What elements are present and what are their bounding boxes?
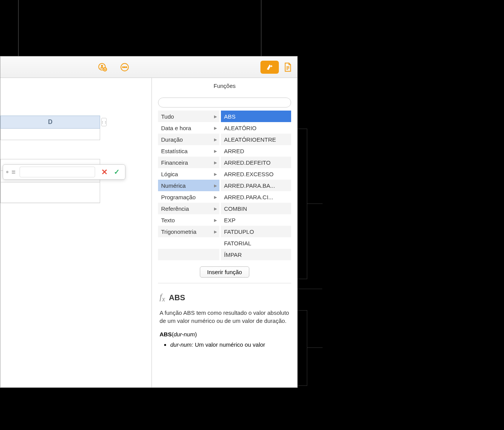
category-item-empty bbox=[158, 237, 219, 249]
category-label: Lógica bbox=[161, 171, 178, 177]
toolbar-left-group bbox=[97, 62, 130, 73]
toolbar-right-group bbox=[260, 61, 293, 74]
function-label: ALEATÓRIOENTRE bbox=[224, 136, 276, 143]
insert-function-button[interactable]: Inserir função bbox=[200, 266, 249, 278]
collaborate-icon[interactable] bbox=[97, 62, 108, 73]
formula-equals-label: = bbox=[12, 168, 16, 176]
category-item[interactable]: Financeira▶ bbox=[158, 157, 219, 168]
category-item[interactable]: Data e hora▶ bbox=[158, 122, 219, 134]
main-area: D ⋮⋮ = ✕ ✓ Funções bbox=[0, 78, 297, 387]
function-item[interactable]: ALEATÓRIO bbox=[221, 122, 291, 134]
help-params: dur-num: Um valor numérico ou valor bbox=[160, 341, 290, 349]
formula-editor: = ✕ ✓ bbox=[3, 164, 125, 180]
format-button[interactable] bbox=[260, 61, 279, 74]
callout-line bbox=[261, 0, 262, 60]
more-icon[interactable] bbox=[119, 62, 130, 73]
chevron-right-icon: ▶ bbox=[214, 114, 217, 119]
help-description: A função ABS tem como resultado o valor … bbox=[160, 309, 290, 325]
category-item[interactable]: Duração▶ bbox=[158, 134, 219, 145]
param-item: dur-num: Um valor numérico ou valor bbox=[170, 341, 290, 349]
category-label: Data e hora bbox=[161, 125, 191, 131]
function-browser: Tudo▶Data e hora▶Duração▶Estatística▶Fin… bbox=[152, 111, 297, 260]
table-row[interactable] bbox=[0, 129, 100, 140]
document-icon[interactable] bbox=[283, 62, 293, 72]
function-label: ARRED.EXCESSO bbox=[224, 171, 273, 177]
category-label: Numérica bbox=[161, 182, 186, 189]
category-item[interactable]: Tudo▶ bbox=[158, 111, 219, 122]
function-label: ARRED.DEFEITO bbox=[224, 159, 270, 166]
chevron-right-icon: ▶ bbox=[214, 207, 217, 211]
function-label: ARRED.PARA.BA... bbox=[224, 182, 275, 189]
category-item[interactable]: Lógica▶ bbox=[158, 168, 219, 180]
function-label: COMBIN bbox=[224, 205, 247, 212]
function-item[interactable]: ARRED bbox=[221, 145, 291, 157]
function-list: ABSALEATÓRIOALEATÓRIOENTREARREDARRED.DEF… bbox=[221, 111, 291, 260]
help-header: fx ABS bbox=[160, 292, 290, 303]
category-label: Tudo bbox=[161, 113, 174, 120]
category-item[interactable]: Trigonometria▶ bbox=[158, 226, 219, 237]
app-window: D ⋮⋮ = ✕ ✓ Funções bbox=[0, 56, 298, 388]
category-item[interactable]: Referência▶ bbox=[158, 203, 219, 214]
category-item[interactable]: Programação▶ bbox=[158, 191, 219, 203]
function-label: FATDUPLO bbox=[224, 228, 254, 235]
table-row[interactable] bbox=[0, 140, 100, 159]
toolbar bbox=[0, 56, 297, 78]
category-label: Financeira bbox=[161, 159, 188, 166]
chevron-right-icon: ▶ bbox=[214, 218, 217, 222]
chevron-right-icon: ▶ bbox=[214, 184, 217, 188]
table-row[interactable] bbox=[0, 182, 100, 203]
category-label: Programação bbox=[161, 194, 196, 200]
function-label: ÍMPAR bbox=[224, 251, 242, 258]
function-label: ARRED.PARA.CI... bbox=[224, 194, 273, 200]
function-item[interactable]: ARRED.PARA.BA... bbox=[221, 180, 291, 191]
svg-point-9 bbox=[126, 66, 127, 68]
formula-input[interactable] bbox=[20, 167, 95, 177]
function-label: EXP bbox=[224, 217, 236, 223]
formula-grip-icon[interactable] bbox=[6, 171, 8, 173]
category-item[interactable]: Numérica▶ bbox=[158, 180, 219, 191]
category-item[interactable]: Texto▶ bbox=[158, 214, 219, 226]
chevron-right-icon: ▶ bbox=[214, 172, 217, 176]
function-label: ARRED bbox=[224, 148, 244, 154]
category-label: Referência bbox=[161, 205, 189, 212]
function-item[interactable]: ARRED.DEFEITO bbox=[221, 157, 291, 168]
search-input[interactable] bbox=[158, 98, 291, 108]
functions-sidebar: Funções Tudo▶Data e hora▶Duração▶Estatís… bbox=[152, 78, 297, 387]
cancel-icon[interactable]: ✕ bbox=[99, 167, 110, 177]
confirm-icon[interactable]: ✓ bbox=[112, 168, 122, 176]
insert-button-wrap: Inserir função bbox=[158, 260, 291, 283]
callout-line bbox=[307, 203, 323, 204]
callout-bracket bbox=[298, 310, 307, 311]
function-item[interactable]: EXP bbox=[221, 214, 291, 226]
function-label: ALEATÓRIO bbox=[224, 125, 257, 131]
function-item[interactable]: ARRED.EXCESSO bbox=[221, 168, 291, 180]
function-item[interactable]: FATDUPLO bbox=[221, 226, 291, 237]
function-item[interactable]: ALEATÓRIOENTRE bbox=[221, 134, 291, 145]
syntax-param: dur-num bbox=[174, 331, 195, 337]
svg-point-8 bbox=[124, 66, 125, 68]
spreadsheet-canvas[interactable]: D ⋮⋮ = ✕ ✓ bbox=[0, 78, 152, 387]
column-drag-handle[interactable]: ⋮⋮ bbox=[101, 118, 107, 126]
callout-bracket bbox=[298, 129, 307, 129]
category-label: Estatística bbox=[161, 148, 188, 154]
chevron-right-icon: ▶ bbox=[214, 149, 217, 153]
fx-icon: fx bbox=[160, 292, 165, 303]
column-header-d[interactable]: D ⋮⋮ bbox=[0, 116, 100, 129]
column-label: D bbox=[48, 119, 53, 126]
category-label: Duração bbox=[161, 136, 183, 143]
callout-line bbox=[307, 347, 323, 348]
param-name: dur-num: bbox=[170, 341, 193, 348]
function-label: FATORIAL bbox=[224, 240, 251, 246]
function-item[interactable]: ARRED.PARA.CI... bbox=[221, 191, 291, 203]
function-item[interactable]: FATORIAL bbox=[221, 237, 291, 249]
function-item[interactable]: COMBIN bbox=[221, 203, 291, 214]
chevron-right-icon: ▶ bbox=[214, 137, 217, 142]
help-title: ABS bbox=[169, 293, 185, 302]
function-label: ABS bbox=[224, 113, 236, 120]
category-label: Trigonometria bbox=[161, 228, 196, 235]
category-item[interactable]: Estatística▶ bbox=[158, 145, 219, 157]
spreadsheet-fragment: D ⋮⋮ bbox=[0, 116, 100, 203]
category-item-empty bbox=[158, 249, 219, 260]
function-item[interactable]: ÍMPAR bbox=[221, 249, 291, 260]
function-item[interactable]: ABS bbox=[221, 111, 291, 122]
